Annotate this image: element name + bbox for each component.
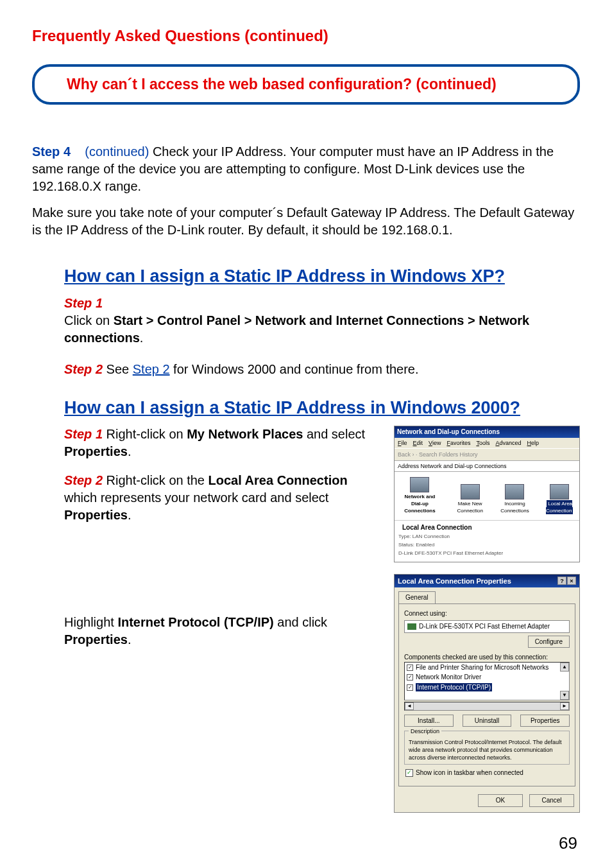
w2k-step2-d: Properties: [64, 508, 128, 522]
adapter-field: D-Link DFE-530TX PCI Fast Ethernet Adapt…: [404, 620, 570, 633]
folder-icon: [410, 477, 429, 492]
w2k-step1: Step 1 Right-click on My Network Places …: [64, 426, 381, 460]
scroll-up-icon[interactable]: ▲: [560, 663, 569, 672]
w2k-highlight: Highlight Internet Protocol (TCP/IP) and…: [64, 614, 381, 648]
install-button[interactable]: Install...: [404, 715, 454, 727]
properties-button[interactable]: Properties: [520, 715, 570, 727]
incoming-connections[interactable]: Incoming Connections: [499, 484, 531, 515]
menu-edit[interactable]: Edit: [413, 439, 423, 447]
w2k-hl-d: Properties: [64, 632, 128, 647]
menu-bar[interactable]: File Edit View Favorites Tools Advanced …: [395, 438, 579, 448]
info-line-3: D-Link DFE-530TX PCI Fast Ethernet Adapt…: [398, 550, 575, 558]
address-label: Address: [398, 463, 419, 469]
w2k-hl-a: Highlight: [64, 615, 117, 629]
step4-paragraph: Step 4 (continued) Check your IP Address…: [32, 143, 580, 195]
connection-icon: [505, 484, 524, 499]
description-fieldset: Description Transmission Control Protoco…: [404, 731, 570, 765]
menu-advanced[interactable]: Advanced: [495, 439, 521, 447]
info-title: Local Area Connection: [398, 521, 575, 534]
component-1: Network Monitor Driver: [416, 673, 481, 682]
scroll-left-icon[interactable]: ◄: [405, 702, 414, 710]
close-icon[interactable]: ×: [567, 577, 576, 585]
list-item[interactable]: ✓ Internet Protocol (TCP/IP): [405, 682, 569, 693]
xp-step2-b: for Windows 2000 and continue from there…: [170, 362, 419, 376]
checkbox-icon[interactable]: ✓: [407, 684, 413, 691]
connection-icon: [461, 484, 480, 499]
adapter-name: D-Link DFE-530TX PCI Fast Ethernet Adapt…: [419, 622, 550, 631]
screenshot-network-connections: Network and Dial-up Connections File Edi…: [394, 426, 580, 562]
xp-step2: Step 2 See Step 2 for Windows 2000 and c…: [64, 361, 574, 378]
checkbox-icon[interactable]: ✓: [407, 674, 413, 681]
adapter-icon: [407, 623, 416, 630]
description-legend: Description: [409, 727, 441, 735]
address-value: Network and Dial-up Connections: [421, 463, 507, 469]
connection-icon: [550, 484, 569, 499]
make-new-connection[interactable]: Make New Connection: [454, 484, 486, 515]
w2k-step2-label: Step 2: [64, 473, 103, 487]
make-new-label: Make New Connection: [457, 501, 483, 514]
page-number: 69: [32, 832, 580, 855]
menu-file[interactable]: File: [398, 439, 407, 447]
checkbox-icon[interactable]: ✓: [407, 664, 413, 671]
tab-general[interactable]: General: [398, 591, 436, 603]
w2k-hl-b: Internet Protocol (TCP/IP): [117, 615, 273, 629]
heading-2000[interactable]: How can I assign a Static IP Address in …: [64, 396, 580, 419]
connect-using-label: Connect using:: [404, 609, 570, 618]
xp-step2-label: Step 2: [64, 362, 103, 376]
w2k-step2: Step 2 Right-click on the Local Area Con…: [64, 472, 381, 524]
scroll-right-icon[interactable]: ►: [560, 702, 569, 710]
xp-step1-c: .: [140, 331, 144, 345]
window-titlebar: Network and Dial-up Connections: [395, 426, 579, 438]
w2k-step1-e: .: [128, 444, 132, 458]
dialog-title: Local Area Connection Properties: [398, 577, 511, 586]
lan-label: Local Area Connection: [546, 500, 573, 514]
help-icon[interactable]: ?: [557, 577, 566, 585]
components-label: Components checked are used by this conn…: [404, 653, 570, 662]
gateway-note: Make sure you take note of your computer…: [32, 204, 580, 239]
step4-label: Step 4: [32, 144, 71, 159]
dialog-footer: OK Cancel: [395, 790, 579, 812]
local-area-connection[interactable]: Local Area Connection: [543, 484, 575, 515]
w2k-step2-b: Local Area Connection: [208, 473, 348, 487]
xp-step1-a: Click on: [64, 313, 114, 327]
menu-help[interactable]: Help: [527, 439, 539, 447]
w2k-step1-a: Right-click on: [103, 427, 187, 441]
xp-step2-a: See: [103, 362, 133, 376]
xp-step2-link[interactable]: Step 2: [133, 362, 170, 376]
panel-title-icon: Network and Dial-up Connections: [398, 477, 441, 514]
xp-step1: Step 1 Click on Start > Control Panel > …: [64, 295, 574, 347]
menu-tools[interactable]: Tools: [476, 439, 489, 447]
w2k-step1-d: Properties: [64, 444, 128, 458]
scroll-down-icon[interactable]: ▼: [560, 691, 569, 700]
w2k-step2-a: Right-click on the: [103, 473, 208, 487]
icons-row: Network and Dial-up Connections Make New…: [395, 472, 579, 519]
xp-step1-b: Start > Control Panel > Network and Inte…: [64, 313, 529, 345]
component-2: Internet Protocol (TCP/IP): [416, 683, 492, 692]
w2k-step1-b: My Network Places: [187, 427, 303, 441]
step4-continued: (continued): [85, 144, 149, 159]
address-bar[interactable]: Address Network and Dial-up Connections: [395, 461, 579, 472]
dialog-body: Connect using: D-Link DFE-530TX PCI Fast…: [398, 603, 575, 787]
incoming-label: Incoming Connections: [500, 501, 529, 514]
info-line-1: Type: LAN Connection: [398, 533, 575, 541]
dialog-titlebar: Local Area Connection Properties ? ×: [395, 575, 579, 588]
info-line-2: Status: Enabled: [398, 541, 575, 550]
components-listbox[interactable]: ✓ File and Printer Sharing for Microsoft…: [404, 662, 570, 700]
horizontal-scrollbar[interactable]: ◄ ►: [404, 702, 570, 711]
w2k-step1-c: and select: [303, 427, 365, 441]
w2k-step2-c: which represents your network card and s…: [64, 490, 328, 505]
configure-button[interactable]: Configure: [528, 636, 570, 648]
cancel-button[interactable]: Cancel: [529, 794, 574, 807]
show-icon-row[interactable]: ✓ Show icon in taskbar when connected: [405, 768, 568, 777]
ok-button[interactable]: OK: [478, 794, 523, 807]
uninstall-button[interactable]: Uninstall: [463, 715, 512, 727]
checkbox-icon[interactable]: ✓: [405, 769, 413, 777]
toolbar[interactable]: Back › · Search Folders History: [395, 448, 579, 461]
menu-favorites[interactable]: Favorites: [446, 439, 470, 447]
heading-xp[interactable]: How can I assign a Static IP Address in …: [64, 265, 580, 288]
menu-view[interactable]: View: [429, 439, 441, 447]
list-item[interactable]: ✓ File and Printer Sharing for Microsoft…: [405, 663, 569, 673]
w2k-step2-e: .: [128, 508, 132, 522]
show-icon-label: Show icon in taskbar when connected: [416, 768, 523, 777]
list-item[interactable]: ✓ Network Monitor Driver: [405, 672, 569, 682]
